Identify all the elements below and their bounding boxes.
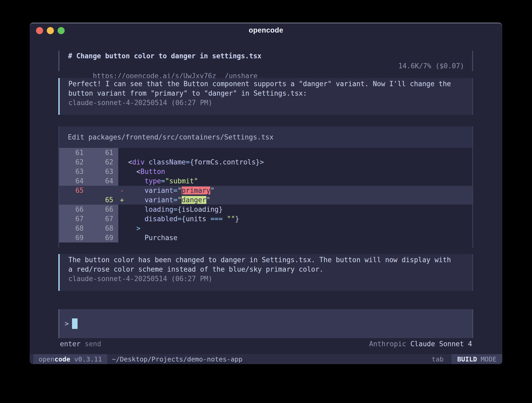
diff-row: 6767 disabled={units === ""}: [59, 214, 472, 224]
diff-row: 6363 <Button: [59, 167, 472, 176]
assistant-message-2: The button color has been changed to dan…: [58, 254, 473, 291]
keybind-hint: entersend: [60, 339, 101, 349]
title-bar: opencode: [30, 23, 502, 38]
diff-row: 6969 Purchase: [59, 233, 472, 242]
message-text-line: The button color has been changed to dan…: [68, 255, 466, 265]
diff-line-number-old: 64: [59, 176, 89, 186]
brand-code: code: [54, 355, 70, 363]
window-title: opencode: [30, 26, 502, 34]
keybind-hint-send: send: [85, 340, 101, 348]
prompt-input[interactable]: >: [58, 309, 473, 338]
diff-code-line: loading={isLoading}: [118, 205, 472, 214]
message-text-line: Perfect! I can see that the Button compo…: [68, 79, 466, 89]
edit-tool-card: Edit packages/frontend/src/containers/Se…: [58, 126, 473, 248]
diff-line-number-old: 69: [59, 233, 89, 242]
diff-line-number-new: 62: [89, 157, 118, 167]
brand-chip: opencode v0.3.11: [33, 354, 107, 364]
mode-badge-mode: MODE: [481, 355, 497, 363]
diff-line-number-old: 65: [59, 186, 89, 195]
diff-code-line: Purchase: [118, 233, 472, 242]
model-name: Claude Sonnet 4: [410, 340, 472, 348]
diff-line-number-new: 61: [89, 148, 118, 157]
diff-line-number-old: 62: [59, 157, 89, 167]
message-meta: claude-sonnet-4-20250514 (06:27 PM): [68, 274, 466, 283]
token-usage: 14.6K/7% ($0.07): [398, 61, 464, 71]
diff-line-number-new: 64: [89, 176, 118, 186]
hint-row: entersend AnthropicClaude Sonnet 4: [58, 339, 473, 349]
app-version: v0.3.11: [70, 355, 102, 363]
diff-line-number-new: 68: [89, 224, 118, 233]
diff-code-line: <div className={formCs.controls}>: [118, 157, 472, 167]
diff-row: 65+ variant="danger": [59, 195, 472, 205]
diff-line-number-old: 67: [59, 214, 89, 224]
session-title: # Change button color to danger in setti…: [68, 51, 472, 61]
edit-tool-title: Edit packages/frontend/src/containers/Se…: [59, 126, 472, 148]
diff-row: 6161: [59, 148, 472, 157]
model-provider: Anthropic: [369, 340, 406, 348]
working-directory: ~/Desktop/Projects/demo-notes-app: [112, 355, 243, 363]
diff-line-number-new: 69: [89, 233, 118, 242]
diff-row: 6262 <div className={formCs.controls}>: [59, 157, 472, 167]
keybind-hint-enter: enter: [60, 340, 80, 348]
diff-row: 6464 type="submit": [59, 176, 472, 186]
text-cursor: [72, 318, 78, 329]
diff-line-number-old: 66: [59, 205, 89, 214]
diff-line-number-new: 63: [89, 167, 118, 176]
diff-code-line: type="submit": [118, 176, 472, 186]
model-indicator: AnthropicClaude Sonnet 4: [369, 339, 472, 349]
message-text-line: a red/rose color scheme instead of the b…: [68, 265, 466, 274]
opencode-window: opencode # Change button color to danger…: [30, 23, 502, 364]
mode-badge-build: BUILD: [457, 355, 477, 363]
diff-line-number-new: 66: [89, 205, 118, 214]
diff-line-number-old: 68: [59, 224, 89, 233]
diff-row: 65- variant="primary": [59, 186, 472, 195]
brand-open: open: [39, 355, 54, 363]
diff-code-line: >: [118, 224, 472, 233]
diff-line-number-old: 63: [59, 167, 89, 176]
assistant-message-1: Perfect! I can see that the Button compo…: [58, 78, 473, 115]
diff-line-number-old: 61: [59, 148, 89, 157]
session-header: # Change button color to danger in setti…: [58, 51, 473, 71]
diff-code-line: disabled={units === ""}: [118, 214, 472, 224]
diff-code-line: - variant="primary": [118, 186, 472, 195]
diff-rows: 61616262 <div className={formCs.controls…: [59, 148, 472, 247]
diff-row: 6868 >: [59, 224, 472, 233]
diff-line-number-new: 65: [89, 195, 118, 205]
message-text-line: button variant from "primary" to "danger…: [68, 89, 466, 98]
diff-line-number-new: [89, 186, 118, 195]
diff-line-number-old: [59, 195, 89, 205]
prompt-symbol: >: [65, 320, 69, 328]
diff-code-line: + variant="danger": [118, 195, 472, 205]
tab-keybind-hint: tab: [432, 355, 443, 363]
mode-badge[interactable]: BUILDMODE: [452, 354, 502, 364]
status-bar: opencode v0.3.11 ~/Desktop/Projects/demo…: [30, 354, 502, 364]
diff-line-number-new: 67: [89, 214, 118, 224]
diff-row: 6666 loading={isLoading}: [59, 205, 472, 214]
message-meta: claude-sonnet-4-20250514 (06:27 PM): [68, 98, 466, 107]
diff-code-line: [118, 148, 472, 157]
diff-code-line: <Button: [118, 167, 472, 176]
